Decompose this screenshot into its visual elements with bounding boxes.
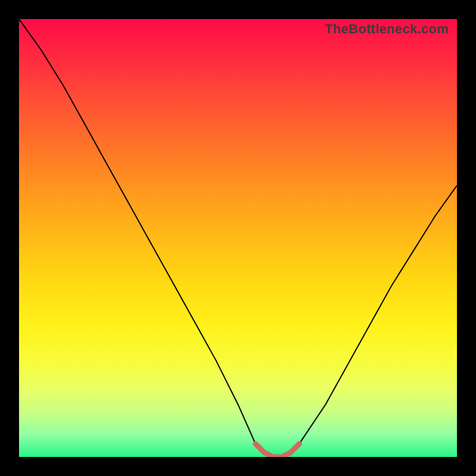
curve-svg [19, 19, 457, 457]
flat-segment-path [255, 444, 299, 457]
main-curve-path [19, 19, 457, 457]
plot-area: TheBottleneck.com [19, 19, 457, 457]
chart-frame: TheBottleneck.com [0, 0, 476, 476]
